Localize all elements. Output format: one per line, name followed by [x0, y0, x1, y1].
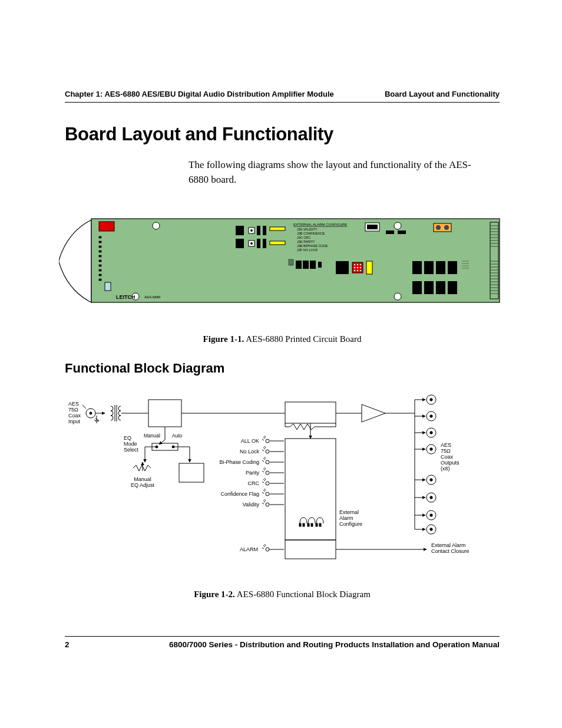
- svg-rect-64: [412, 281, 422, 294]
- svg-text:J3D  PARITY: J3D PARITY: [297, 240, 315, 243]
- svg-rect-66: [436, 281, 445, 294]
- svg-point-142: [430, 514, 432, 516]
- svg-point-50: [357, 270, 359, 272]
- svg-point-130: [430, 431, 432, 434]
- svg-text:AES: AES: [68, 401, 79, 407]
- svg-point-177: [266, 450, 269, 453]
- page-footer: 2 6800/7000 Series - Distribution and Ro…: [65, 636, 500, 649]
- svg-text:J3C  CRC: J3C CRC: [297, 236, 310, 239]
- svg-point-49: [354, 270, 356, 272]
- svg-rect-6: [99, 236, 101, 238]
- eq-mode-select-label: EQModeSelect: [124, 435, 139, 453]
- block-diagram: AES75ΩCoaxInput CableEQ Recl: [67, 393, 497, 564]
- svg-point-189: [266, 492, 269, 496]
- header-rule: [65, 102, 500, 103]
- svg-rect-37: [296, 261, 302, 269]
- svg-rect-52: [366, 261, 372, 274]
- svg-rect-12: [99, 265, 101, 266]
- figure-1-2-caption: Figure 1-2. AES-6880 Functional Block Di…: [65, 589, 500, 599]
- output-connectors: [415, 395, 436, 534]
- svg-rect-13: [99, 269, 101, 271]
- svg-rect-61: [424, 261, 434, 274]
- brand-label: LEITCH: [116, 294, 135, 300]
- svg-point-183: [266, 471, 269, 475]
- svg-line-100: [95, 418, 99, 421]
- auto-label: Auto: [172, 433, 183, 439]
- svg-point-47: [357, 267, 359, 269]
- alarm-title: EXTERNAL ALARM CONFIGURE: [293, 223, 347, 226]
- svg-point-174: [266, 439, 269, 443]
- svg-point-207: [266, 548, 269, 551]
- svg-text:External: External: [339, 509, 359, 515]
- status-leds: ALL OKNo LockBi-Phase CodingParityCRCCon…: [219, 436, 284, 508]
- svg-text:J3F  NO LOCK: J3F NO LOCK: [297, 248, 318, 252]
- svg-rect-55: [386, 230, 394, 234]
- svg-rect-196: [308, 523, 309, 526]
- jumper-block-icon: [299, 518, 323, 526]
- svg-text:75Ω: 75Ω: [441, 448, 451, 454]
- svg-point-136: [430, 479, 432, 481]
- svg-text:Validity: Validity: [243, 502, 260, 508]
- bnc-input-icon: [82, 405, 105, 423]
- svg-text:No Lock: No Lock: [240, 449, 260, 454]
- svg-rect-54: [367, 225, 378, 229]
- svg-text:J3E  BIPHASE CODE: J3E BIPHASE CODE: [297, 244, 328, 248]
- output-label: AES75ΩCoaxOutputs(x8): [441, 442, 459, 472]
- svg-rect-65: [424, 281, 434, 294]
- chapter-title: Chapter 1: AES-6880 AES/EBU Digital Audi…: [65, 90, 334, 98]
- subtitle: Functional Block Diagram: [65, 361, 500, 376]
- intro-paragraph: The following diagrams show the layout a…: [189, 158, 500, 187]
- external-alarm-configure-label: ExternalAlarmConfigure: [339, 509, 362, 527]
- svg-point-2: [394, 222, 401, 229]
- svg-rect-39: [310, 261, 316, 269]
- svg-text:Manual: Manual: [134, 476, 151, 482]
- figure-1-1-caption: Figure 1-1. AES-6880 Printed Circuit Boa…: [65, 334, 500, 344]
- svg-text:75Ω: 75Ω: [68, 407, 78, 413]
- svg-rect-60: [412, 261, 422, 274]
- manual-label: Manual: [144, 433, 160, 439]
- svg-rect-38: [303, 261, 309, 269]
- svg-point-26: [250, 242, 253, 245]
- svg-rect-195: [303, 523, 305, 526]
- svg-rect-5: [99, 222, 114, 231]
- svg-rect-67: [448, 281, 457, 294]
- external-alarm-output-label: External AlarmContact Closure: [431, 542, 470, 554]
- manual-title: 6800/7000 Series - Distribution and Rout…: [169, 640, 500, 649]
- svg-text:Input: Input: [68, 419, 81, 424]
- section-title: Board Layout and Functionality: [385, 90, 500, 98]
- svg-rect-27: [257, 239, 260, 248]
- svg-rect-166: [179, 463, 204, 482]
- svg-rect-8: [99, 246, 101, 248]
- svg-rect-23: [270, 227, 285, 230]
- svg-text:ALL OK: ALL OK: [241, 438, 259, 444]
- svg-rect-199: [319, 523, 321, 526]
- svg-point-139: [430, 496, 432, 499]
- page-number: 2: [65, 640, 70, 649]
- svg-rect-21: [257, 226, 260, 235]
- svg-rect-16: [105, 282, 111, 291]
- page-title: Board Layout and Functionality: [65, 124, 500, 145]
- svg-rect-63: [448, 261, 457, 274]
- svg-rect-11: [99, 260, 101, 262]
- svg-text:Bi-Phase Coding: Bi-Phase Coding: [219, 459, 259, 465]
- figure-1-2: AES75ΩCoaxInput CableEQ Recl: [65, 393, 500, 566]
- svg-text:Contact Closure: Contact Closure: [431, 548, 470, 554]
- svg-text:Coax: Coax: [68, 413, 81, 419]
- svg-text:Parity: Parity: [246, 470, 260, 476]
- svg-rect-109: [148, 400, 181, 427]
- alarm-led-icon: [262, 544, 284, 551]
- svg-text:Select: Select: [124, 447, 139, 453]
- svg-text:Outputs: Outputs: [441, 460, 459, 466]
- input-label: AES75ΩCoaxInput: [68, 401, 81, 424]
- manual-eq-adjust-label: ManualEQ Adjust: [131, 476, 155, 488]
- svg-text:Confidence Flag: Confidence Flag: [220, 491, 259, 497]
- svg-point-59: [444, 225, 449, 230]
- svg-line-99: [82, 405, 86, 409]
- svg-rect-169: [285, 439, 336, 540]
- svg-text:External Alarm: External Alarm: [431, 542, 466, 548]
- svg-point-1: [153, 222, 160, 229]
- svg-point-133: [430, 448, 432, 450]
- svg-point-46: [354, 267, 356, 269]
- svg-text:J3A  VALIDITY: J3A VALIDITY: [297, 228, 318, 231]
- svg-text:Coax: Coax: [441, 454, 454, 460]
